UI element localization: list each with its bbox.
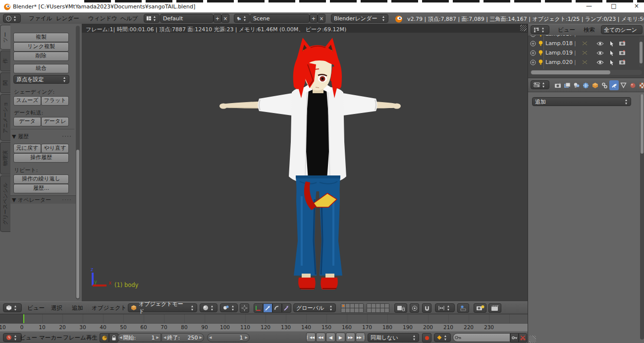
next-keyframe-button[interactable]: ▶▶ <box>346 333 355 342</box>
editor-type-selector[interactable] <box>531 80 549 89</box>
snap-magnet-toggle[interactable] <box>422 303 431 313</box>
selectability-cursor-icon[interactable] <box>609 59 614 65</box>
timeline-ruler[interactable]: -100102030405060708090100110120130140150… <box>0 323 528 332</box>
jump-to-start-button[interactable]: ▏◀◀ <box>306 333 316 342</box>
opengl-render-image-button[interactable] <box>474 303 486 313</box>
visibility-eye-icon[interactable] <box>596 60 604 65</box>
layer-buttons-right[interactable] <box>367 303 389 313</box>
timeline-menu-view[interactable]: ビュー <box>20 332 37 343</box>
increment-arrow-icon[interactable]: ▶ <box>200 336 202 340</box>
outliner-display-mode-dropdown[interactable]: 全てのシーン <box>601 25 643 34</box>
menu-window[interactable]: ウィンドウ <box>88 13 117 24</box>
properties-scrollbar[interactable] <box>640 94 644 340</box>
preview-range-toggle[interactable] <box>100 333 109 343</box>
renderability-camera-icon[interactable] <box>619 59 626 65</box>
outliner-menu-view[interactable]: ビュー <box>558 24 575 35</box>
set-origin-dropdown[interactable]: 原点を設定 <box>13 75 69 84</box>
panel-grip-icon[interactable] <box>62 135 71 138</box>
menu-render[interactable]: レンダー <box>56 13 79 24</box>
shade-smooth-button[interactable]: スムーズ <box>13 96 41 106</box>
jump-to-end-button[interactable]: ▶▶▕ <box>356 333 365 342</box>
viewport-3d[interactable]: フレーム:1| 時間:00:01.06 | 頂点:7887 面:12410 光源… <box>82 24 528 301</box>
join-button[interactable]: 統合 <box>13 64 69 73</box>
history-menu-button[interactable]: 履歴... <box>13 184 69 193</box>
delete-layout-button[interactable]: × <box>221 14 229 23</box>
tab-scene[interactable] <box>572 80 581 90</box>
proportional-edit-toggle[interactable] <box>410 303 419 313</box>
viewport-shading-dropdown[interactable] <box>200 303 217 312</box>
repeat-last-button[interactable]: 操作の繰り返し <box>13 174 69 184</box>
timeline-menu-marker[interactable]: マーカー <box>39 332 62 343</box>
add-modifier-dropdown[interactable]: 追加 <box>532 97 631 106</box>
layer-buttons-left[interactable] <box>341 303 364 313</box>
sync-mode-dropdown[interactable]: 同期しない <box>368 333 419 342</box>
timeline-menu-playback[interactable]: 再生 <box>86 332 98 343</box>
menu-file[interactable]: ファイル <box>29 13 52 24</box>
lock-to-scene-toggle[interactable] <box>394 303 407 313</box>
shade-flat-button[interactable]: フラット <box>41 96 69 106</box>
insert-keyframe-button[interactable] <box>510 333 519 343</box>
view3d-menu-view[interactable]: ビュー <box>27 302 45 313</box>
view3d-menu-object[interactable]: オブジェクト <box>92 302 127 313</box>
expand-icon[interactable] <box>530 41 536 47</box>
delete-keyframe-button[interactable] <box>519 333 527 343</box>
outliner-vertical-scrollbar[interactable] <box>639 37 643 67</box>
auto-keyframe-record-button[interactable] <box>422 333 431 343</box>
keying-set-type-dropdown[interactable] <box>434 333 451 342</box>
tab-constraints[interactable] <box>600 80 609 90</box>
tab-grease-pencil[interactable]: グリースペンシル <box>0 175 10 232</box>
add-layout-button[interactable]: + <box>214 14 221 23</box>
view3d-menu-select[interactable]: 選択 <box>51 302 62 313</box>
redo-button[interactable]: やり直す <box>41 144 69 153</box>
character-model[interactable] <box>82 33 528 301</box>
menu-help[interactable]: ヘルプ <box>120 13 138 24</box>
panel-grip-icon[interactable] <box>62 199 71 202</box>
tab-world[interactable] <box>581 80 590 90</box>
snap-element-dropdown[interactable] <box>435 303 455 312</box>
expand-icon[interactable] <box>530 50 536 56</box>
end-frame-field[interactable]: ◀ 終了: 250 ▶ <box>161 333 204 342</box>
view3d-menu-add[interactable]: 追加 <box>72 302 83 313</box>
scene-name-field[interactable]: Scene <box>250 14 310 23</box>
tab-modifiers[interactable] <box>609 80 619 90</box>
tab-render-layers[interactable] <box>562 80 572 90</box>
editor-type-selector[interactable] <box>3 333 22 342</box>
translate-manipulator-button[interactable] <box>263 303 272 313</box>
pivot-center-dropdown[interactable] <box>220 303 238 312</box>
history-panel-header[interactable]: ▼ 履歴 <box>12 133 29 140</box>
render-engine-selector[interactable]: Blenderレンダー <box>331 14 388 23</box>
tab-animation[interactable]: アニメーショ <box>0 94 10 141</box>
area-resize-corner[interactable] <box>520 25 527 31</box>
rotate-manipulator-button[interactable] <box>272 303 282 313</box>
play-button[interactable]: ▶ <box>336 333 345 342</box>
tab-render[interactable] <box>553 80 562 90</box>
renderability-camera-icon[interactable] <box>619 41 626 46</box>
editor-type-selector[interactable]: i <box>3 14 21 23</box>
outliner-row[interactable]: Lamp.019| <box>530 48 637 57</box>
tab-tools[interactable]: ツー <box>0 25 10 50</box>
snap-peel-object-toggle[interactable] <box>457 303 469 313</box>
outliner-row[interactable]: Lamp.017| <box>530 35 637 39</box>
increment-arrow-icon[interactable]: ▶ <box>245 336 248 340</box>
renderability-camera-icon[interactable] <box>619 50 626 56</box>
titlebar[interactable]: Blender* [C:¥Users¥MtYamada2023¥Document… <box>0 0 644 12</box>
operator-panel-header[interactable]: ▼ オペレーター <box>12 196 51 204</box>
start-frame-field[interactable]: ◀ 開始: 1 ▶ <box>117 333 161 342</box>
visibility-eye-icon[interactable] <box>596 41 604 46</box>
outliner-row[interactable]: Lamp.020| <box>530 57 637 67</box>
visibility-eye-icon[interactable] <box>596 51 604 56</box>
linked-duplicate-button[interactable]: リンク複製 <box>13 42 69 52</box>
close-button[interactable]: × <box>628 1 644 11</box>
previous-keyframe-button[interactable]: ◀◀ <box>316 333 325 342</box>
delete-scene-button[interactable]: × <box>318 14 325 23</box>
selectability-cursor-icon[interactable] <box>609 50 614 56</box>
editor-type-selector[interactable] <box>531 25 549 34</box>
undo-history-button[interactable]: 操作履歴 <box>13 153 69 163</box>
tool-shelf-scrollbar[interactable] <box>76 26 80 299</box>
manipulator-axes-icon[interactable] <box>254 303 263 313</box>
increment-arrow-icon[interactable]: ▶ <box>157 336 159 340</box>
add-scene-button[interactable]: + <box>310 14 318 23</box>
outliner-menu-search[interactable]: 検索 <box>584 24 595 35</box>
tab-physics[interactable]: 物理演 <box>0 142 10 174</box>
data-transfer-button[interactable]: データ <box>13 117 41 126</box>
